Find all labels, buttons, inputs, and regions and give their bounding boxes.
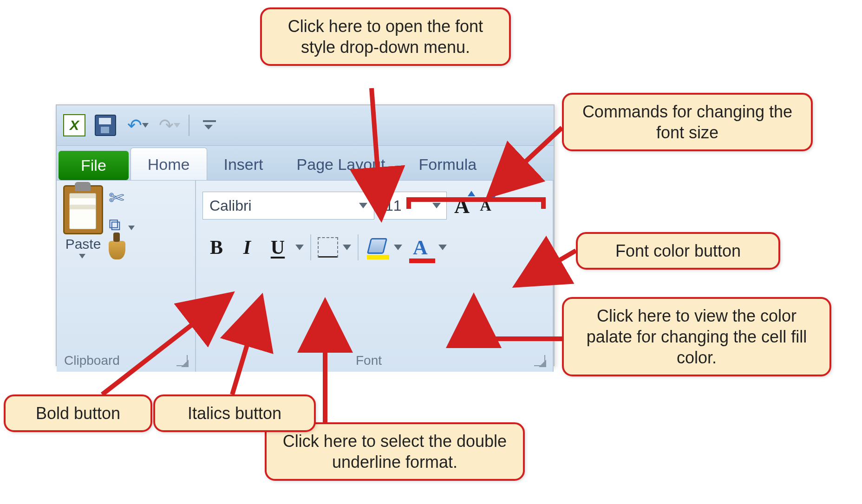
callout-font-color-button: Font color button <box>576 232 780 270</box>
borders-button[interactable] <box>317 233 339 261</box>
excel-ribbon-window: X ↶ ↷ File Home Insert Page Layout Formu… <box>56 104 555 366</box>
paint-brush-icon <box>109 241 125 259</box>
redo-button[interactable]: ↷ <box>157 114 180 137</box>
tab-page-layout[interactable]: Page Layout <box>280 148 402 180</box>
font-group: Calibri 11 A A B I <box>196 181 554 372</box>
copy-button[interactable]: ⧉ <box>109 215 135 234</box>
clipboard-icon <box>63 185 103 234</box>
paste-dropdown-icon[interactable] <box>79 254 85 258</box>
quick-access-toolbar: X ↶ ↷ <box>57 105 554 146</box>
copy-dropdown-icon[interactable] <box>128 226 135 230</box>
font-size-dropdown-icon[interactable] <box>432 203 441 208</box>
callout-fill-color-dropdown: Click here to view the color palate for … <box>562 297 831 376</box>
underline-dropdown[interactable] <box>294 245 305 250</box>
underline-button[interactable]: U <box>264 233 292 261</box>
scissors-icon: ✄ <box>109 187 124 208</box>
callout-font-style-dropdown: Click here to open the font style drop-d… <box>260 7 511 66</box>
italic-button[interactable]: I <box>233 233 261 261</box>
font-name-combo[interactable]: Calibri <box>202 192 374 220</box>
callout-font-size-commands: Commands for changing the font size <box>562 93 813 151</box>
fill-color-dropdown-icon <box>394 245 402 250</box>
tab-file[interactable]: File <box>59 151 129 180</box>
tab-home[interactable]: Home <box>131 148 207 180</box>
format-painter-button[interactable] <box>109 241 135 259</box>
font-separator-1 <box>310 234 311 260</box>
font-size-value: 11 <box>385 197 402 214</box>
undo-icon: ↶ <box>125 115 144 136</box>
callout-bold-button: Bold button <box>4 394 152 432</box>
font-color-icon: A <box>410 236 431 259</box>
save-icon <box>95 115 116 136</box>
copy-icon: ⧉ <box>109 215 121 234</box>
font-name-value: Calibri <box>209 197 252 214</box>
font-group-launcher[interactable] <box>534 355 545 366</box>
fill-color-button[interactable] <box>364 233 390 261</box>
redo-icon: ↷ <box>157 115 176 136</box>
fill-color-dropdown[interactable] <box>393 245 403 250</box>
undo-button[interactable]: ↶ <box>125 114 149 137</box>
paste-button[interactable]: Paste <box>63 185 103 259</box>
ribbon-body: Paste ✄ ⧉ Clipboard <box>57 181 554 372</box>
font-name-dropdown-icon[interactable] <box>359 203 367 208</box>
borders-dropdown-icon <box>343 245 351 250</box>
font-color-dropdown[interactable] <box>438 245 448 250</box>
underline-dropdown-icon <box>295 245 304 250</box>
customize-qat-button[interactable] <box>198 114 221 137</box>
bold-button[interactable]: B <box>202 233 230 261</box>
increase-font-size-button[interactable]: A <box>451 194 472 218</box>
ribbon-tabs: File Home Insert Page Layout Formula <box>57 146 554 181</box>
font-color-button[interactable]: A <box>406 233 435 261</box>
redo-dropdown-icon[interactable] <box>174 123 180 128</box>
font-color-dropdown-icon <box>438 245 447 250</box>
customize-qat-icon <box>203 120 216 130</box>
tab-insert[interactable]: Insert <box>207 148 280 180</box>
paint-bucket-icon <box>367 238 387 257</box>
borders-icon <box>318 237 338 258</box>
paste-label: Paste <box>65 236 101 252</box>
decrease-arrow-icon <box>490 194 497 200</box>
decrease-font-size-button[interactable]: A <box>477 197 494 214</box>
save-button[interactable] <box>94 114 117 137</box>
font-separator-2 <box>358 234 359 260</box>
font-group-label: Font <box>356 353 382 368</box>
tab-formulas[interactable]: Formula <box>402 148 493 180</box>
clipboard-group-label: Clipboard <box>64 353 120 368</box>
qat-separator <box>189 115 189 136</box>
clipboard-group-launcher[interactable] <box>176 355 188 366</box>
callout-italics-button: Italics button <box>153 394 316 432</box>
increase-arrow-icon <box>468 191 475 196</box>
undo-dropdown-icon[interactable] <box>142 123 149 128</box>
clipboard-group: Paste ✄ ⧉ Clipboard <box>57 181 196 372</box>
borders-dropdown[interactable] <box>342 245 352 250</box>
excel-logo-icon: X <box>63 114 85 136</box>
cut-button[interactable]: ✄ <box>109 187 135 208</box>
font-size-combo[interactable]: 11 <box>379 192 447 220</box>
